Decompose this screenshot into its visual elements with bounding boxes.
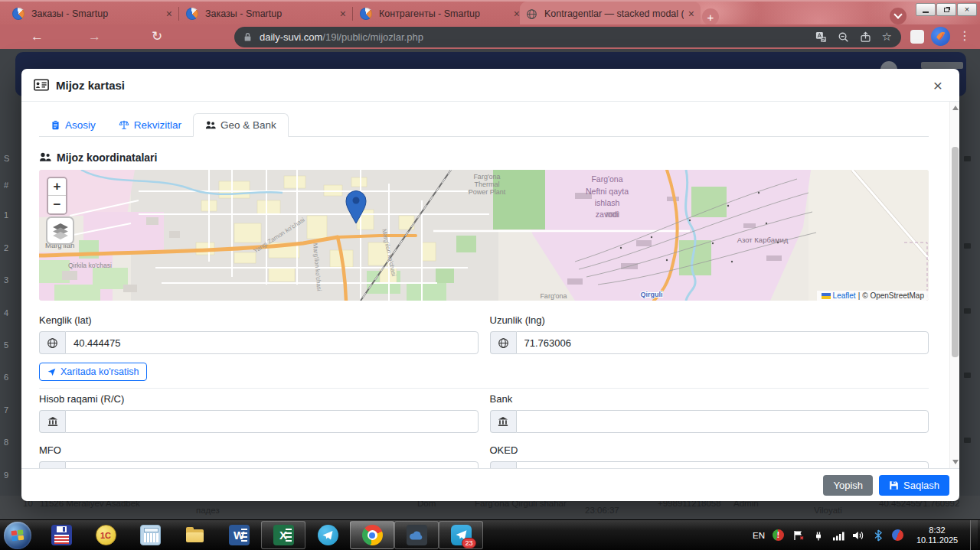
tab-close-icon[interactable]: ×: [166, 8, 172, 19]
power-plug-icon[interactable]: [812, 529, 825, 542]
bluetooth-icon[interactable]: [871, 529, 884, 542]
modal-scrollbar[interactable]: [949, 102, 959, 468]
bg-cell-region: Viloyati: [814, 506, 842, 515]
bookmark-star-icon[interactable]: ☆: [882, 30, 892, 44]
taskbar-telegram-desktop[interactable]: 23: [439, 521, 483, 549]
scroll-up-icon[interactable]: [952, 106, 959, 110]
mfo-input[interactable]: [65, 461, 479, 468]
tray-app-icon[interactable]: [891, 529, 904, 542]
screen: Заказы - Smartup × Заказы - Smartup × Ко…: [0, 0, 980, 550]
taskbar-1c-app[interactable]: 1С: [83, 520, 128, 550]
lat-input[interactable]: [65, 331, 479, 354]
translate-icon[interactable]: [815, 31, 827, 43]
network-signal-icon[interactable]: [831, 529, 844, 542]
window-close-button[interactable]: ×: [957, 3, 977, 16]
folder-icon: [185, 525, 205, 545]
zoom-in-button[interactable]: +: [48, 178, 66, 196]
section-title: Mijoz koordinatalari: [57, 151, 157, 164]
tab-kontragentlar-active[interactable]: Kontragentlar — stacked modal ( ×: [520, 2, 701, 26]
bg-cell-time: 23:06:37: [585, 506, 619, 515]
avatar-logo: [934, 30, 947, 43]
taskbar-excel[interactable]: X: [261, 521, 305, 549]
clock-date: 10.11.2025: [911, 535, 963, 545]
new-tab-button[interactable]: +: [702, 8, 719, 25]
forward-icon[interactable]: →: [88, 28, 101, 45]
tab-separator: [352, 7, 353, 21]
start-button[interactable]: [4, 522, 31, 549]
lat-label: Kenglik (lat): [39, 314, 479, 326]
zoom-out-button[interactable]: −: [48, 196, 66, 213]
account-input[interactable]: [65, 410, 479, 433]
scrollbar-thumb[interactable]: [952, 147, 959, 357]
attribution-separator: |: [858, 291, 861, 300]
antivirus-tray-icon[interactable]: !: [772, 529, 785, 542]
smartup-favicon: [12, 8, 24, 20]
modal-close-icon[interactable]: ×: [929, 77, 947, 93]
taskbar-cloud-app[interactable]: [394, 521, 439, 549]
close-button[interactable]: Yopish: [823, 475, 873, 496]
bank-input[interactable]: [516, 410, 929, 433]
show-desktop-button[interactable]: [970, 520, 978, 550]
window-restore-button[interactable]: [936, 3, 956, 16]
show-on-map-button[interactable]: Xaritada ko'rsatish: [39, 363, 147, 381]
scroll-down-icon[interactable]: [952, 460, 959, 464]
url-bar[interactable]: daily-suvi.com/19l/public/mijozlar.php ☆: [234, 27, 901, 47]
alert-icon: !: [773, 529, 784, 541]
bg-cell-note: падез: [196, 506, 220, 515]
bank-label: Bank: [490, 393, 929, 405]
volume-icon[interactable]: [851, 529, 864, 542]
map-layers-button[interactable]: [46, 216, 74, 245]
save-button[interactable]: Saqlash: [879, 475, 949, 496]
scales-icon: [119, 119, 129, 130]
taskbar-telegram[interactable]: [305, 520, 350, 550]
chevron-down-icon: [893, 10, 902, 18]
bg-clipped-cell: [964, 438, 971, 443]
notification-badge: 23: [462, 538, 475, 548]
profile-avatar[interactable]: [931, 27, 950, 46]
lng-input[interactable]: [516, 331, 929, 354]
tab-rekvizitlar[interactable]: Rekvizitlar: [107, 113, 193, 136]
reload-icon[interactable]: ↻: [152, 28, 162, 45]
tab-asosiy[interactable]: Asosiy: [39, 113, 107, 136]
tab-geo-bank[interactable]: Geo & Bank: [193, 113, 289, 137]
browser-menu-icon[interactable]: ⋮: [959, 28, 971, 43]
taskbar-clock[interactable]: 8:32 10.11.2025: [911, 526, 963, 545]
tab-zakazy-1[interactable]: Заказы - Smartup ×: [6, 2, 178, 26]
taskbar-floppy-app[interactable]: [39, 520, 83, 550]
tab-kontragenty[interactable]: Контрагенты - Smartup ×: [354, 2, 526, 26]
url-text[interactable]: daily-suvi.com/19l/public/mijozlar.php: [260, 31, 423, 43]
lng-label: Uzunlik (lng): [490, 314, 929, 326]
taskbar-file-explorer[interactable]: [172, 520, 217, 550]
id-card-icon: [34, 79, 49, 91]
share-icon[interactable]: [860, 31, 871, 43]
map-label-azot: Азот Карбамид: [737, 236, 789, 244]
tab-close-icon[interactable]: ×: [340, 8, 346, 19]
taskbar-word[interactable]: W: [217, 520, 261, 550]
svg-text:Farg'ona: Farg'ona: [473, 173, 500, 181]
taskbar-chrome[interactable]: [350, 521, 394, 549]
svg-text:ishlash: ishlash: [595, 198, 620, 207]
lng-field-group: Uzunlik (lng): [490, 314, 929, 354]
language-indicator[interactable]: EN: [753, 531, 765, 540]
back-icon[interactable]: ←: [31, 28, 44, 45]
leaflet-link[interactable]: Leaflet: [833, 291, 856, 300]
clipboard-icon: [51, 120, 60, 130]
zoom-page-icon[interactable]: [838, 31, 849, 43]
lock-icon: [243, 32, 252, 42]
action-center-flag-icon[interactable]: [792, 529, 805, 542]
tab-search-button[interactable]: [890, 8, 906, 24]
tab-close-icon[interactable]: ×: [514, 8, 520, 19]
window-minimize-button[interactable]: [916, 3, 936, 16]
leaflet-map[interactable]: Farg'ona Thermal Power Plant Farg'ona Ne…: [39, 170, 929, 301]
extension-button[interactable]: [910, 30, 924, 44]
windows-logo-icon: [11, 529, 24, 542]
telegram-desktop-icon: 23: [451, 525, 472, 545]
tab-zakazy-2[interactable]: Заказы - Smartup ×: [180, 2, 352, 26]
taskbar-calculator[interactable]: [128, 520, 172, 550]
url-path: /19l/public/mijozlar.php: [322, 31, 423, 43]
map-label-qirkila: Qirkila ko'chasi: [68, 262, 112, 269]
tab-close-icon[interactable]: ×: [688, 8, 694, 19]
tab-title: Заказы - Smartup: [31, 8, 162, 19]
oked-input[interactable]: [516, 461, 929, 468]
osm-link[interactable]: © OpenStreetMap: [862, 291, 924, 300]
